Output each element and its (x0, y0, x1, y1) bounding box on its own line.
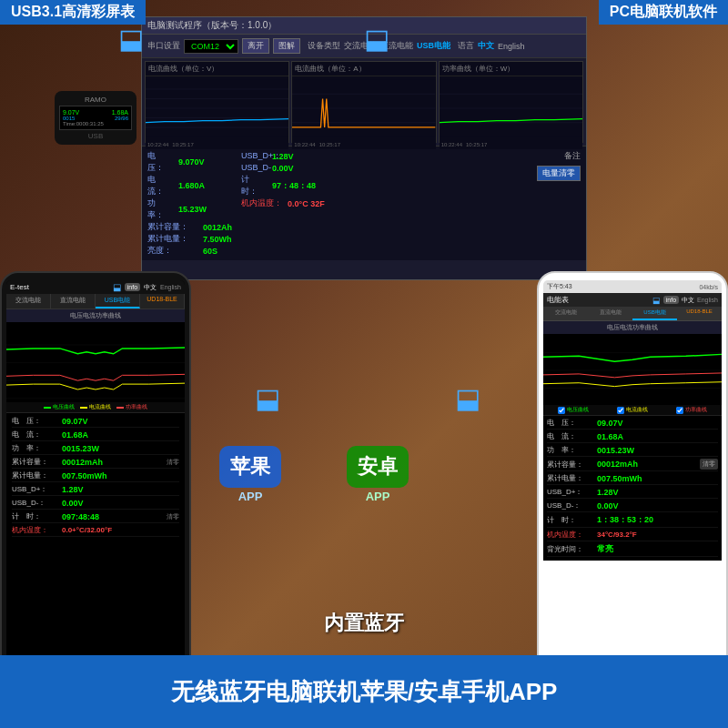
legend-current-dot (80, 407, 87, 409)
left-tab-ac[interactable]: 交流电能 (6, 294, 51, 308)
legend-power-dot (116, 407, 124, 409)
right-clear-btn[interactable]: 清零 (700, 459, 718, 470)
right-app-tabs: 交流电能 直流电能 USB电能 UD18-BLE (543, 307, 722, 321)
top-right-label: PC电脑联机软件 (599, 0, 728, 25)
pc-chart-power: 功率曲线（单位：W） 10:22:44 10:25:17 (439, 61, 583, 143)
port-select[interactable]: COM12 (184, 39, 238, 54)
right-legend-power-label: 功率曲线 (685, 406, 707, 414)
right-timer-value: 1：38：53：20 (597, 514, 718, 526)
top-left-label: USB3.1高清彩屏表 (0, 0, 146, 25)
pc-timer-row: 计 时： 97：48：48 (241, 174, 325, 197)
pc-cap-label: 累计容量： (147, 221, 197, 233)
lang-en[interactable]: English (498, 42, 525, 51)
legend-voltage: 电压曲线 (44, 403, 75, 411)
builtin-bt-label: 内置蓝牙 (324, 610, 404, 637)
pc-energy-value: 7.50Wh (203, 235, 232, 244)
pc-chart-voltage: 电流曲线（单位：V） 10:22:44 10:25:17 (145, 61, 289, 143)
clear-energy-btn[interactable]: 电量清零 (537, 166, 581, 181)
pc-power-label: 功 率： (147, 197, 173, 221)
screen-a1: 1.68A (112, 109, 128, 116)
right-backlight-value: 常亮 (597, 543, 718, 555)
svg-rect-14 (6, 327, 185, 407)
pc-usb-col-left: 电 压： 9.070V 电 流： 1.680A 功 率： 15.23W 累计容量… (147, 150, 232, 257)
left-tab-dc[interactable]: 直流电能 (51, 294, 96, 308)
left-energy-row: 累计电量： 007.50mWh (12, 470, 179, 482)
pc-note-area: 备注 电量清零 (537, 150, 581, 257)
left-chart-svg (6, 322, 185, 412)
pc-usbdm-label: USB_D-： (241, 162, 267, 174)
lang-cn[interactable]: 中文 (478, 40, 494, 52)
left-tab-usb[interactable]: USB电能 (96, 294, 140, 308)
pc-power-value: 15.23W (178, 205, 207, 214)
right-tab-ac[interactable]: 交流电能 (543, 307, 588, 320)
right-usbdm-label: USB_D-： (547, 500, 597, 511)
left-temp-row: 机内温度： 0.0+°C/32.00°F (12, 525, 179, 537)
device-usb[interactable]: USB电能 (417, 40, 450, 52)
pc-power-row: 功 率： 15.23W (147, 197, 232, 221)
chart-power-title: 功率曲线（单位：W） (440, 62, 582, 76)
right-voltage-check[interactable] (558, 407, 565, 414)
left-power-row: 功 率： 0015.23W (12, 443, 179, 455)
right-cap-row: 累计容量： 00012mAh 清零 (547, 459, 718, 471)
left-current-row: 电 流： 01.68A (12, 430, 179, 441)
left-temp-value: 0.0+°C/32.00°F (62, 526, 112, 534)
pc-current-label: 电 流： (147, 174, 173, 197)
phone-left-screen: E-test ⬓ info 中文 English 交流电能 直流电能 USB电能… (6, 280, 185, 681)
pc-usbdp-row: USB_D+： 1.28V (241, 150, 325, 162)
left-cap-clear[interactable]: 清零 (167, 458, 179, 467)
pc-timer-value: 97：48：48 (272, 180, 316, 192)
bluetooth-icon-top-center: ⬓ (364, 23, 389, 55)
left-cap-value: 00012mAh (62, 458, 167, 467)
right-voltage-row: 电 压： 09.07V (547, 418, 718, 430)
current-svg (292, 76, 435, 140)
phone-right-screen: 下午5:43 04kb/s 电能表 ⬓ info 中文 English 交流电能… (543, 280, 722, 681)
lang-group: 语言 中文 English (458, 40, 525, 52)
android-main-text: 安卓 (347, 446, 409, 488)
left-cap-label: 累计容量： (12, 457, 62, 467)
right-power-check[interactable] (676, 407, 683, 414)
right-power-value: 0015.23W (597, 446, 718, 455)
pc-energy-label: 累计电量： (147, 233, 197, 245)
right-power-label: 功 率： (547, 445, 597, 455)
chart-voltage-canvas (146, 76, 288, 140)
right-legend-voltage-label: 电压曲线 (567, 406, 589, 414)
legend-voltage-label: 电压曲线 (53, 403, 75, 411)
right-timer-row: 计 时： 1：38：53：20 (547, 514, 718, 528)
left-usbdp-row: USB_D+： 1.28V (12, 484, 179, 496)
left-chart-legend: 电压曲线 电流曲线 功率曲线 (6, 402, 185, 412)
right-temp-row: 机内温度： 34°C/93.2°F (547, 530, 718, 541)
pc-usbdp-value: 1.28V (272, 152, 294, 161)
apple-app-label: 苹果 APP (209, 446, 291, 503)
right-info-badge: info (663, 296, 679, 304)
right-cap-label: 累计容量： (547, 460, 597, 470)
right-tab-dc[interactable]: 直流电能 (588, 307, 632, 320)
phone-right: 下午5:43 04kb/s 电能表 ⬓ info 中文 English 交流电能… (537, 271, 728, 690)
left-tab-ble[interactable]: UD18-BLE (140, 294, 185, 308)
pc-timer-label: 计 时： (241, 174, 267, 197)
open-btn[interactable]: 离开 (242, 38, 269, 54)
right-energy-value: 007.50mWh (597, 474, 718, 483)
screen-row-1: 9.07V 1.68A (63, 109, 128, 116)
pc-current-row: 电 流： 1.680A (147, 174, 232, 197)
legend-current: 电流曲线 (80, 403, 111, 411)
left-timer-clear[interactable]: 清零 (167, 512, 179, 521)
right-current-check[interactable] (617, 407, 624, 414)
left-app-tabs: 交流电能 直流电能 USB电能 UD18-BLE (6, 294, 185, 309)
pc-temp-label: 机内温度： (241, 197, 282, 209)
right-lang-cn[interactable]: 中文 (682, 296, 694, 305)
left-lang-en[interactable]: English (160, 284, 181, 290)
right-lang-en[interactable]: English (697, 297, 718, 303)
legend-power: 功率曲线 (116, 403, 147, 411)
pc-energy-row: 累计电量： 7.50Wh (147, 233, 232, 245)
right-usbdm-row: USB_D-： 0.00V (547, 500, 718, 512)
right-topbar-icons: ⬓ info 中文 English (652, 296, 718, 305)
clear-btn[interactable]: 图解 (273, 38, 300, 54)
note-label: 备注 (564, 150, 581, 162)
left-lang-cn[interactable]: 中文 (144, 283, 157, 292)
right-legend-power: 功率曲线 (676, 406, 707, 414)
right-tab-ble[interactable]: UD18-BLE (677, 307, 722, 320)
pc-bright-value: 60S (203, 247, 217, 256)
right-tab-usb[interactable]: USB电能 (632, 307, 677, 320)
usb-tester-device: RAMO 9.07V 1.68A 0015 29/96 Time:0000:31… (55, 91, 136, 145)
port-label: 串口设置 (147, 40, 180, 52)
